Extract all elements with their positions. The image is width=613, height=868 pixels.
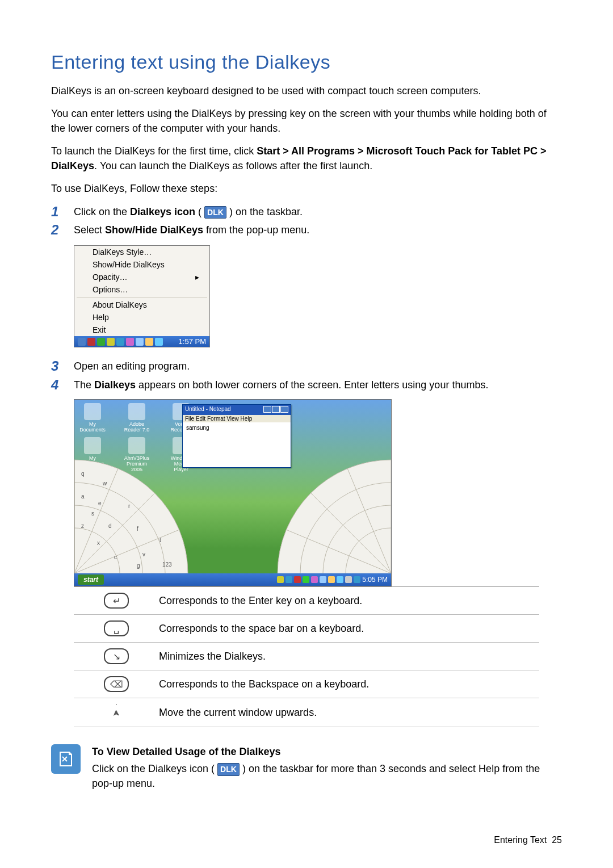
step-4-text: The Dialkeys appears on both lower corne… — [74, 378, 562, 392]
svg-text:123: 123 — [162, 561, 172, 568]
intro-paragraph-2: You can enter letters using the DialKeys… — [51, 106, 562, 136]
key-desc: Move the current window upwards. — [159, 707, 539, 719]
table-row: ⌫ Corresponds to the Backspace on a keyb… — [74, 670, 539, 698]
svg-text:f: f — [137, 526, 138, 532]
svg-text:c: c — [114, 554, 117, 560]
dialkeys-right-fan[interactable] — [266, 454, 391, 573]
menu-item-help[interactable]: Help — [74, 311, 209, 324]
table-row: ⮝ Move the current window upwards. — [74, 698, 539, 727]
svg-text:t: t — [159, 537, 161, 543]
svg-text:e: e — [98, 500, 102, 506]
start-button[interactable]: start — [78, 575, 104, 585]
svg-text:v: v — [142, 551, 145, 557]
system-clock: 1:57 PM — [179, 337, 206, 346]
svg-text:z: z — [81, 523, 84, 529]
dialkeys-taskbar-icon: DLK — [204, 206, 226, 219]
step-2-text: Select Show/Hide DialKeys from the pop-u… — [74, 223, 562, 237]
table-row: ␣ Corresponds to the space bar on a keyb… — [74, 615, 539, 643]
enter-key-icon: ↵ — [104, 593, 129, 609]
popup-menu-illustration: DialKeys Style… Show/Hide DialKeys Opaci… — [74, 245, 210, 347]
svg-text:w: w — [102, 480, 107, 487]
notepad-menubar[interactable]: File Edit Format View Help — [183, 415, 291, 422]
dialkeys-left-fan[interactable]: qwe asd zxc rfv tg 123 — [74, 454, 199, 573]
menu-item-exit[interactable]: Exit — [74, 324, 209, 336]
taskbar[interactable]: start 5:05 PM — [74, 573, 391, 586]
key-desc: Corresponds to the Backspace on a keyboa… — [159, 678, 539, 690]
step-1-text: Click on the Dialkeys icon ( DLK ) on th… — [74, 204, 562, 219]
intro-paragraph-1: DialKeys is an on-screen keyboard design… — [51, 83, 562, 98]
desktop-icon[interactable]: Adobe Reader 7.0 — [122, 403, 152, 433]
notepad-title: Untitled - Notepad — [185, 406, 231, 414]
minimize-key-icon: ↘ — [104, 648, 129, 664]
key-desc: Minimizes the Dialkeys. — [159, 651, 539, 662]
dialkeys-taskbar-icon: DLK — [217, 763, 240, 775]
desktop-screenshot-illustration: My Documents Adobe Reader 7.0 Voice Reco… — [74, 399, 392, 586]
table-row: ↘ Minimizes the Dialkeys. — [74, 643, 539, 670]
submenu-arrow-icon: ▸ — [195, 272, 199, 282]
step-number-1: 1 — [51, 204, 74, 219]
step-3-text: Open an editing program. — [74, 359, 562, 374]
page-title: Entering text using the Dialkeys — [51, 51, 562, 73]
table-row: ↵ Corresponds to the Enter key on a keyb… — [74, 587, 539, 615]
svg-text:d: d — [108, 523, 112, 529]
follow-steps-label: To use DialKeys, Follow thexe steps: — [51, 181, 562, 196]
space-key-icon: ␣ — [104, 620, 129, 636]
menu-item-opacity[interactable]: Opacity…▸ — [74, 271, 209, 283]
note-box: To View Detailed Usage of the Dialkeys C… — [51, 744, 562, 791]
key-desc: Corresponds to the Enter key on a keyboa… — [159, 595, 539, 607]
svg-text:q: q — [81, 471, 85, 477]
launch-path-paragraph: To launch the DialKeys for the first tim… — [51, 144, 562, 173]
desktop-icon[interactable]: My Documents — [78, 403, 107, 433]
step-number-4: 4 — [51, 378, 74, 392]
taskbar-clock: 5:05 PM — [362, 576, 388, 584]
menu-taskbar-illustration: 1:57 PM — [74, 336, 209, 347]
move-up-key-icon: ⮝ — [106, 704, 127, 721]
key-reference-table: ↵ Corresponds to the Enter key on a keyb… — [74, 586, 539, 727]
menu-item-style[interactable]: DialKeys Style… — [74, 246, 209, 258]
menu-item-options[interactable]: Options… — [74, 283, 209, 296]
key-desc: Corresponds to the space bar on a keyboa… — [159, 623, 539, 635]
step-number-2: 2 — [51, 223, 74, 237]
window-controls[interactable] — [263, 406, 288, 414]
step-number-3: 3 — [51, 359, 74, 374]
svg-text:s: s — [91, 510, 94, 517]
svg-text:x: x — [97, 540, 100, 546]
note-body-text: Click on the Dialkeys icon ( DLK ) on th… — [92, 761, 562, 791]
menu-item-showhide[interactable]: Show/Hide DialKeys — [74, 258, 209, 271]
svg-text:a: a — [81, 493, 85, 500]
backspace-key-icon: ⌫ — [104, 676, 129, 692]
notepad-body[interactable]: samsung — [183, 422, 291, 433]
svg-text:g: g — [137, 563, 140, 569]
note-icon — [51, 744, 81, 774]
page-footer: Entering Text 25 — [494, 835, 562, 845]
note-title: To View Detailed Usage of the Dialkeys — [92, 744, 562, 759]
system-tray-icons — [78, 338, 163, 346]
menu-item-about[interactable]: About DialKeys — [74, 299, 209, 311]
